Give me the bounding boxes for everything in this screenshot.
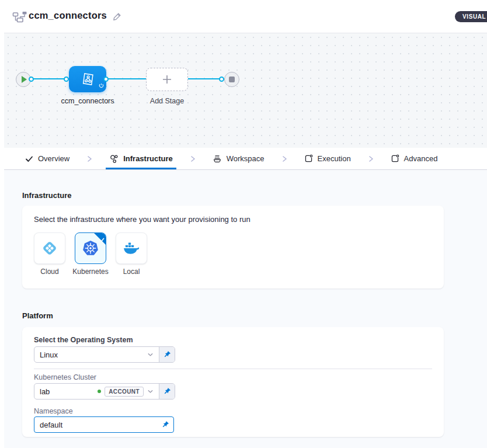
tab-infrastructure[interactable]: Infrastructure [106, 148, 176, 169]
infra-option-label: Cloud [26, 268, 73, 276]
pin-icon [161, 421, 169, 429]
add-stage-button[interactable] [146, 68, 188, 91]
infrastructure-card: Select the infrastructure where you want… [22, 206, 444, 289]
tab-overview[interactable]: Overview [22, 148, 73, 169]
connectivity-status-dot [98, 390, 101, 393]
cloud-icon [41, 239, 58, 257]
os-select-group: Linux [34, 346, 175, 363]
visual-yaml-toggle[interactable]: VISUAL [455, 11, 487, 22]
namespace-input[interactable] [34, 421, 161, 429]
infrastructure-tab-content: Infrastructure Select the infrastructure… [4, 170, 487, 448]
namespace-fixed-value-pin-button[interactable] [161, 421, 173, 429]
stage-node-ccm-connectors[interactable] [69, 66, 106, 92]
pipeline-icon [12, 11, 28, 25]
workspace-icon [213, 154, 222, 164]
connector-port [219, 77, 224, 82]
play-icon [22, 76, 27, 83]
infra-option-label: Kubernetes [67, 268, 114, 276]
chevron-right-icon [176, 148, 209, 169]
scope-badge: ACCOUNT [105, 387, 144, 397]
cluster-select[interactable]: lab ACCOUNT [34, 384, 159, 399]
chevron-down-icon [147, 352, 154, 358]
tab-execution[interactable]: Execution [301, 148, 354, 169]
connector-port [64, 77, 69, 82]
stop-icon [229, 77, 235, 82]
selected-check-icon [99, 234, 105, 245]
header: ccm_connectors VISUAL [4, 0, 487, 33]
os-fixed-value-pin-button[interactable] [159, 347, 175, 362]
os-select[interactable]: Linux [34, 347, 159, 362]
check-icon [25, 155, 33, 163]
end-node [224, 72, 239, 87]
pin-icon [163, 350, 171, 359]
infrastructure-prompt: Select the infrastructure where you want… [34, 215, 251, 224]
execution-icon [304, 154, 313, 163]
pipeline-canvas[interactable]: ccm_connectors Add Stage [4, 33, 487, 148]
tab-workspace[interactable]: Workspace [209, 148, 268, 169]
plus-icon [162, 74, 172, 85]
connector-port [29, 77, 34, 82]
platform-heading: Platform [22, 311, 53, 320]
infrastructure-icon [109, 154, 119, 164]
infra-option-kubernetes[interactable] [75, 232, 106, 264]
tab-advanced[interactable]: Advanced [387, 148, 441, 169]
namespace-label: Namespace [34, 407, 73, 415]
stage-condition-icon [99, 80, 104, 91]
docker-icon [123, 241, 141, 256]
platform-card: Select the Operating System Linux Kubern… [22, 327, 444, 437]
add-stage-label: Add Stage [120, 97, 214, 105]
cluster-fixed-value-pin-button[interactable] [159, 384, 175, 399]
infrastructure-heading: Infrastructure [22, 191, 72, 200]
advanced-icon [391, 154, 399, 163]
cluster-select-group: lab ACCOUNT [34, 383, 175, 400]
edit-pencil-icon[interactable] [113, 12, 121, 23]
stage-config-tabs: Overview Infrastructure Workspace [4, 148, 487, 170]
chevron-right-icon [268, 148, 301, 169]
cluster-label: Kubernetes Cluster [34, 373, 96, 381]
os-label: Select the Operating System [34, 336, 133, 344]
chevron-right-icon [73, 148, 106, 169]
connector-port [103, 77, 109, 82]
infra-option-label: Local [108, 268, 155, 276]
chevron-down-icon [147, 388, 154, 395]
pipeline-studio-page: ccm_connectors VISUAL [0, 0, 487, 448]
provision-stage-icon [80, 71, 96, 87]
infra-option-local[interactable] [116, 232, 147, 264]
chevron-right-icon [354, 148, 387, 169]
page-title: ccm_connectors [29, 10, 107, 21]
infra-option-cloud[interactable] [34, 232, 65, 264]
divider [34, 369, 432, 369]
pin-icon [163, 387, 171, 395]
namespace-field-wrap [34, 416, 174, 433]
